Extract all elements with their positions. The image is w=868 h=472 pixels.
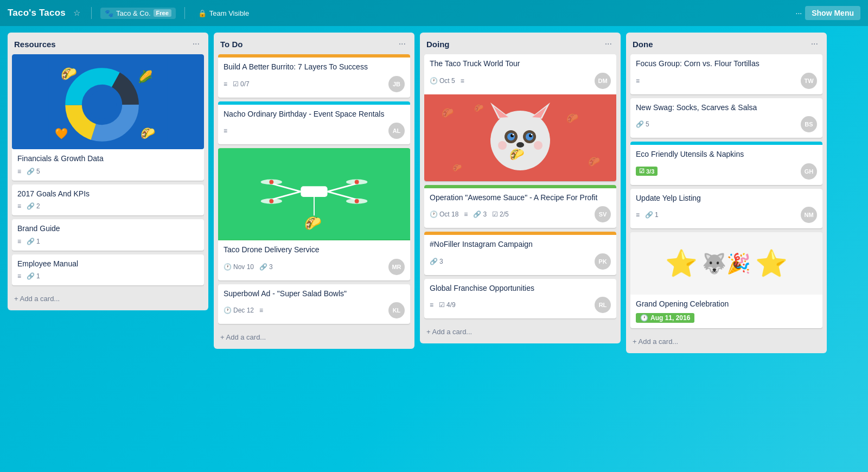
card-employee-manual[interactable]: Employee Manual ≡ 🔗 1 bbox=[12, 254, 204, 286]
card-title-brand: Brand Guide bbox=[17, 224, 199, 234]
avatar-swag: BS bbox=[801, 116, 817, 132]
card-swag[interactable]: New Swag: Socks, Scarves & Salsa 🔗 5 BS bbox=[630, 98, 822, 138]
card-instagram[interactable]: #NoFiller Instagram Campaign 🔗 3 PK bbox=[424, 232, 616, 275]
avatar-burrito: JB bbox=[388, 76, 405, 92]
card-meta-franchise: ≡ ☑ 4/9 bbox=[430, 301, 456, 309]
card-meta-brand: ≡ 🔗 1 bbox=[17, 238, 199, 245]
card-title-taco-truck: The Taco Truck World Tour bbox=[430, 59, 611, 69]
check-icon-burrito: ☑ bbox=[233, 80, 239, 88]
card-bottom-burrito: ≡ ☑ 0/7 JB bbox=[224, 76, 405, 92]
card-awesome-sauce[interactable]: Operation "Awesome Sauce" - A Recipe For… bbox=[424, 185, 616, 228]
svg-point-17 bbox=[355, 180, 359, 184]
clock-icon-awesome: 🕐 bbox=[430, 211, 438, 218]
card-title-superbowl: Superbowl Ad - "Super Salad Bowls" bbox=[224, 289, 405, 299]
column-resources: Resources ··· bbox=[8, 33, 208, 310]
card-body-financials: Financials & Growth Data ≡ 🔗 5 bbox=[12, 149, 204, 181]
card-title-manual: Employee Manual bbox=[17, 259, 199, 270]
attach-count-goals: 2 bbox=[36, 202, 40, 210]
svg-point-42 bbox=[498, 141, 507, 150]
column-menu-resources[interactable]: ··· bbox=[190, 38, 202, 50]
avatar-focus: TW bbox=[801, 73, 817, 89]
visibility-selector[interactable]: 🔒 Team Visible bbox=[194, 8, 253, 19]
svg-text:🌮: 🌮 bbox=[474, 104, 484, 113]
card-eco[interactable]: Eco Friendly Utensils & Napkins ☑ 3/3 GH bbox=[630, 142, 822, 185]
column-title-done: Done bbox=[633, 40, 653, 49]
lines-icon-goals: ≡ bbox=[17, 202, 21, 210]
board: Resources ··· bbox=[0, 26, 868, 472]
lines-icon-nacho: ≡ bbox=[224, 127, 227, 135]
column-menu-doing[interactable]: ··· bbox=[603, 38, 614, 50]
avatar-nacho: AL bbox=[388, 123, 405, 139]
workspace-name: Taco & Co. bbox=[116, 9, 151, 17]
lines-focus: ≡ bbox=[636, 77, 640, 85]
clip-yelp: 🔗 bbox=[645, 211, 653, 219]
attach-yelp: 🔗 1 bbox=[645, 211, 659, 219]
card-drone[interactable]: 🌮 Taco Drone Delivery Service 🕐 Nov 10 🔗 bbox=[218, 148, 410, 280]
svg-point-5 bbox=[88, 91, 117, 119]
card-financials[interactable]: 🌮 🌽 🧡 🌮 Financials & Growth Data ≡ bbox=[12, 54, 204, 181]
board-title: Taco's Tacos bbox=[8, 8, 66, 18]
workspace-selector[interactable]: 🐾 Taco & Co. Free bbox=[100, 8, 176, 19]
column-menu-todo[interactable]: ··· bbox=[397, 38, 408, 50]
badge-val-eco: 3/3 bbox=[646, 168, 654, 175]
column-title-resources: Resources bbox=[14, 40, 56, 49]
svg-point-38 bbox=[513, 133, 514, 135]
add-card-doing[interactable]: + Add a card... bbox=[424, 324, 616, 339]
column-header-todo: To Do ··· bbox=[218, 38, 410, 50]
card-body-burrito: Build A Better Burrito: 7 Layers To Succ… bbox=[218, 58, 410, 98]
card-meta-goals: ≡ 🔗 2 bbox=[17, 202, 199, 210]
svg-point-27 bbox=[490, 111, 550, 170]
card-meta-burrito: ≡ ☑ 0/7 bbox=[224, 80, 250, 88]
card-body-focus: Focus Group: Corn vs. Flour Tortillas ≡ … bbox=[630, 54, 822, 94]
card-grand-opening[interactable]: ⭐ 🐺🎉 ⭐ Grand Opening Celebration 🕐 Aug 1… bbox=[630, 232, 822, 328]
column-cards-done: Focus Group: Corn vs. Flour Tortillas ≡ … bbox=[630, 54, 822, 349]
card-bottom-drone: 🕐 Nov 10 🔗 3 MR bbox=[224, 259, 405, 275]
show-menu-button[interactable]: Show Menu bbox=[805, 6, 860, 20]
card-title-goals: 2017 Goals And KPIs bbox=[17, 189, 199, 200]
card-title-drone: Taco Drone Delivery Service bbox=[224, 245, 405, 256]
add-card-done[interactable]: + Add a card... bbox=[630, 334, 822, 349]
column-title-todo: To Do bbox=[220, 40, 242, 49]
card-superbowl[interactable]: Superbowl Ad - "Super Salad Bowls" 🕐 Dec… bbox=[218, 284, 410, 324]
avatar-taco-truck: DM bbox=[595, 73, 611, 89]
card-taco-truck[interactable]: The Taco Truck World Tour 🕐 Oct 5 ≡ DM bbox=[424, 54, 616, 181]
taco-icon-1: 🌮 bbox=[61, 66, 78, 81]
attach-icon: 🔗 5 bbox=[27, 168, 40, 175]
clock-icon-taco: 🕐 bbox=[430, 77, 438, 85]
column-menu-done[interactable]: ··· bbox=[809, 38, 820, 50]
check-icon-franchise: ☑ bbox=[439, 301, 445, 309]
card-nacho[interactable]: Nacho Ordinary Birthday - Event Space Re… bbox=[218, 101, 410, 145]
card-franchise[interactable]: Global Franchise Opportunities ≡ ☑ 4/9 R… bbox=[424, 279, 616, 319]
attach-awesome: 🔗 3 bbox=[473, 211, 487, 218]
check-val-awesome: 2/5 bbox=[500, 211, 509, 218]
card-goals[interactable]: 2017 Goals And KPIs ≡ 🔗 2 bbox=[12, 184, 204, 216]
card-burrito[interactable]: Build A Better Burrito: 7 Layers To Succ… bbox=[218, 54, 410, 98]
column-header-done: Done ··· bbox=[630, 38, 822, 50]
wolf-party: 🐺🎉 bbox=[702, 252, 751, 275]
card-focus-group[interactable]: Focus Group: Corn vs. Flour Tortillas ≡ … bbox=[630, 54, 822, 94]
clip-instagram: 🔗 bbox=[430, 258, 438, 265]
svg-point-43 bbox=[534, 141, 542, 150]
card-title-yelp: Update Yelp Listing bbox=[636, 193, 817, 204]
clock-icon-grand: 🕐 bbox=[640, 314, 648, 322]
clip-icon-brand: 🔗 bbox=[27, 238, 35, 245]
star-icon[interactable]: ☆ bbox=[73, 8, 80, 18]
stars-image: ⭐ 🐺🎉 ⭐ bbox=[630, 232, 822, 295]
add-card-todo[interactable]: + Add a card... bbox=[218, 330, 410, 345]
attach-val-drone: 3 bbox=[269, 263, 273, 271]
taco-icon-2: 🌮 bbox=[141, 126, 156, 141]
show-menu-label: Show Menu bbox=[812, 9, 854, 17]
lines-icon: ≡ bbox=[17, 168, 21, 175]
check-franchise: ☑ 4/9 bbox=[439, 301, 456, 309]
card-yelp[interactable]: Update Yelp Listing ≡ 🔗 1 NM bbox=[630, 189, 822, 229]
lines-icon-manual: ≡ bbox=[17, 272, 21, 280]
check-burrito: ☑ 0/7 bbox=[233, 80, 250, 88]
card-meta-focus: ≡ bbox=[636, 77, 640, 85]
add-card-resources[interactable]: + Add a card... bbox=[12, 291, 204, 306]
attach-instagram: 🔗 3 bbox=[430, 258, 443, 265]
avatar-drone: MR bbox=[388, 259, 405, 275]
column-done: Done ··· Focus Group: Corn vs. Flour Tor… bbox=[626, 33, 827, 353]
card-body-awesome: Operation "Awesome Sauce" - A Recipe For… bbox=[424, 188, 616, 228]
card-bottom-instagram: 🔗 3 PK bbox=[430, 253, 611, 270]
card-brand[interactable]: Brand Guide ≡ 🔗 1 bbox=[12, 219, 204, 251]
